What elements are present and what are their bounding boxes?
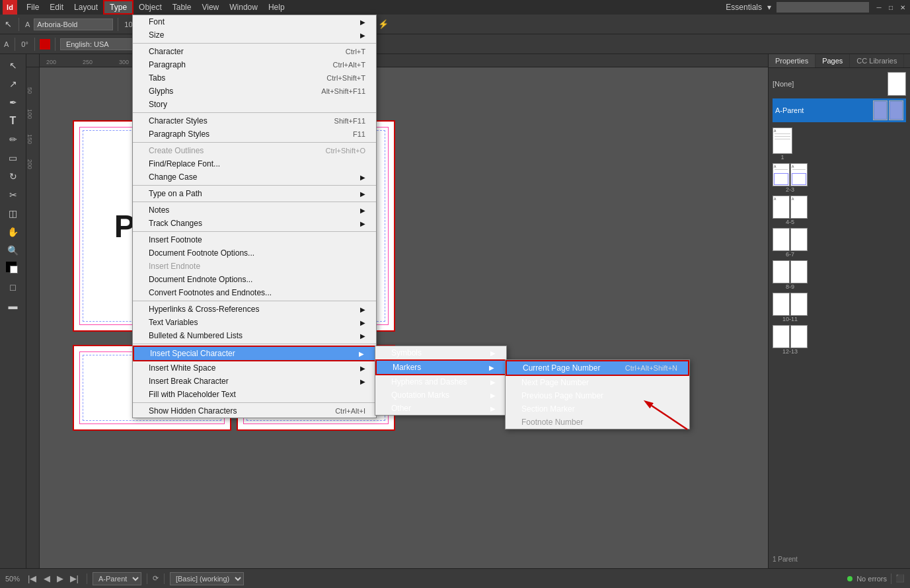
menu-convert-footnotes[interactable]: Convert Footnotes and Endnotes... bbox=[133, 286, 376, 299]
markers-submenu: Current Page Number Ctrl+Alt+Shift+N Nex… bbox=[505, 359, 690, 429]
hyphens-dashes-label: Hyphens and Dashes bbox=[391, 377, 467, 386]
menu-help[interactable]: Help bbox=[263, 1, 290, 13]
menu-find-replace-font[interactable]: Find/Replace Font... bbox=[133, 157, 376, 170]
direct-select-tool[interactable]: ↗ bbox=[5, 75, 22, 92]
menu-char-styles[interactable]: Character Styles Shift+F11 bbox=[133, 114, 376, 128]
menu-size[interactable]: Size ▶ bbox=[133, 28, 376, 42]
convert-footnotes-label: Convert Footnotes and Endnotes... bbox=[149, 288, 272, 297]
submenu-quotation-marks[interactable]: Quotation Marks ▶ bbox=[375, 388, 506, 402]
page-select[interactable]: A-Parent bbox=[93, 572, 141, 585]
pages-tab[interactable]: Pages bbox=[815, 54, 850, 67]
separator-2 bbox=[118, 18, 118, 31]
lightning-icon[interactable]: ⚡ bbox=[376, 19, 391, 29]
menu-change-case[interactable]: Change Case ▶ bbox=[133, 170, 376, 184]
menu-hyperlinks[interactable]: Hyperlinks & Cross-References ▶ bbox=[133, 303, 376, 316]
menu-insert-white-space[interactable]: Insert White Space ▶ bbox=[133, 361, 376, 375]
menu-fill-placeholder[interactable]: Fill with Placeholder Text bbox=[133, 388, 376, 401]
style-select[interactable]: [Basic] (working) bbox=[170, 572, 244, 585]
submenu-current-page-num[interactable]: Current Page Number Ctrl+Alt+Shift+N bbox=[506, 360, 689, 376]
submenu-hyphens-dashes[interactable]: Hyphens and Dashes ▶ bbox=[375, 375, 506, 388]
scissors-tool[interactable]: ✂ bbox=[5, 186, 22, 203]
page-67-item[interactable]: 6-7 bbox=[773, 227, 906, 259]
submenu-section-marker[interactable]: Section Marker bbox=[506, 402, 689, 416]
pen-tool[interactable]: ✒ bbox=[5, 94, 22, 111]
prev-page-btn[interactable]: ◀ bbox=[41, 572, 53, 585]
page-45-item[interactable]: A A 4-5 bbox=[773, 194, 906, 227]
menu-type[interactable]: Type bbox=[103, 0, 133, 15]
menu-glyphs[interactable]: Glyphs Alt+Shift+F11 bbox=[133, 85, 376, 98]
submenu-symbols[interactable]: Symbols ▶ bbox=[375, 346, 506, 359]
text-tool[interactable]: T bbox=[5, 112, 22, 129]
footnote-num-label: Footnote Number bbox=[521, 418, 583, 427]
change-case-label: Change Case bbox=[149, 172, 197, 182]
close-button[interactable]: ✕ bbox=[898, 3, 907, 12]
white-space-arrow: ▶ bbox=[360, 365, 365, 372]
page-13-thumb bbox=[790, 325, 808, 348]
sep-8 bbox=[133, 344, 376, 344]
menu-character[interactable]: Character Ctrl+T bbox=[133, 45, 376, 58]
menu-tabs[interactable]: Tabs Ctrl+Shift+T bbox=[133, 71, 376, 85]
page-1213-item[interactable]: 12-13 bbox=[773, 324, 906, 356]
first-page-btn[interactable]: |◀ bbox=[25, 572, 39, 585]
a-parent-section[interactable]: A-Parent bbox=[773, 98, 906, 122]
menu-show-hidden[interactable]: Show Hidden Characters Ctrl+Alt+I bbox=[133, 404, 376, 418]
menu-paragraph[interactable]: Paragraph Ctrl+Alt+T bbox=[133, 58, 376, 71]
search-input[interactable] bbox=[777, 2, 869, 13]
preview-mode-btn[interactable]: ▬ bbox=[5, 297, 22, 314]
last-page-btn[interactable]: ▶| bbox=[67, 572, 81, 585]
menu-notes[interactable]: Notes ▶ bbox=[133, 203, 376, 217]
menu-font[interactable]: Font ▶ bbox=[133, 15, 376, 28]
cc-libraries-tab[interactable]: CC Libraries bbox=[850, 54, 904, 67]
menu-story[interactable]: Story bbox=[133, 98, 376, 111]
window-controls: ─ □ ✕ bbox=[874, 3, 907, 12]
minimize-button[interactable]: ─ bbox=[874, 3, 884, 12]
submenu-other[interactable]: Other ▶ bbox=[375, 402, 506, 415]
zoom-tool[interactable]: 🔍 bbox=[5, 242, 22, 259]
page-23-item[interactable]: A A 2-3 bbox=[773, 162, 906, 194]
selection-tool[interactable]: ↖ bbox=[5, 57, 22, 74]
select-tool-icon[interactable]: ↖ bbox=[3, 19, 14, 29]
rotate-tool[interactable]: ↻ bbox=[5, 168, 22, 185]
scrollbar-btn[interactable]: ⬛ bbox=[895, 574, 905, 583]
page-1011-item[interactable]: 10-11 bbox=[773, 291, 906, 324]
menu-view[interactable]: View bbox=[196, 1, 224, 13]
menu-object[interactable]: Object bbox=[133, 1, 167, 13]
next-page-btn[interactable]: ▶ bbox=[54, 572, 66, 585]
menu-bulleted-lists[interactable]: Bulleted & Numbered Lists ▶ bbox=[133, 329, 376, 342]
menu-doc-endnote-options[interactable]: Document Endnote Options... bbox=[133, 273, 376, 286]
menu-window[interactable]: Window bbox=[224, 1, 263, 13]
menu-layout[interactable]: Layout bbox=[69, 1, 103, 13]
none-thumbnail bbox=[888, 72, 906, 96]
submenu-markers[interactable]: Markers ▶ Current Page Number Ctrl+Alt+S… bbox=[375, 359, 506, 375]
menu-type-on-path[interactable]: Type on a Path ▶ bbox=[133, 187, 376, 200]
menu-track-changes[interactable]: Track Changes ▶ bbox=[133, 217, 376, 230]
panel-content: [None] A-Parent A bbox=[769, 68, 910, 360]
menu-doc-footnote-options[interactable]: Document Footnote Options... bbox=[133, 246, 376, 260]
menu-edit[interactable]: Edit bbox=[44, 1, 69, 13]
page-89-item[interactable]: 8-9 bbox=[773, 259, 906, 291]
menu-insert-break[interactable]: Insert Break Character ▶ bbox=[133, 375, 376, 388]
menu-insert-footnote[interactable]: Insert Footnote bbox=[133, 233, 376, 246]
menu-table[interactable]: Table bbox=[167, 1, 197, 13]
hand-tool[interactable]: ✋ bbox=[5, 223, 22, 240]
gradient-tool[interactable]: ◫ bbox=[5, 205, 22, 222]
essentials-label[interactable]: Essentials bbox=[726, 3, 762, 12]
page-1-item[interactable]: A 1 bbox=[773, 126, 906, 162]
font-input[interactable] bbox=[34, 18, 113, 30]
menu-text-variables[interactable]: Text Variables ▶ bbox=[133, 316, 376, 329]
menu-create-outlines: Create Outlines Ctrl+Shift+O bbox=[133, 144, 376, 157]
status-bar: 50% |◀ ◀ ▶ ▶| A-Parent ⟳ [Basic] (workin… bbox=[0, 568, 910, 588]
menu-para-styles[interactable]: Paragraph Styles F11 bbox=[133, 128, 376, 141]
restore-button[interactable]: □ bbox=[886, 3, 895, 12]
insert-special-arrow: ▶ bbox=[359, 350, 364, 357]
insert-footnote-label: Insert Footnote bbox=[149, 235, 202, 244]
properties-tab[interactable]: Properties bbox=[769, 54, 815, 67]
menu-insert-special[interactable]: Insert Special Character ▶ Symbols ▶ Mar… bbox=[133, 346, 376, 361]
sep-5 bbox=[133, 202, 376, 202]
normal-mode-btn[interactable]: □ bbox=[5, 279, 22, 296]
submenu-next-page-num[interactable]: Next Page Number bbox=[506, 376, 689, 389]
pencil-tool[interactable]: ✏ bbox=[5, 131, 22, 148]
rectangle-tool[interactable]: ▭ bbox=[5, 149, 22, 166]
submenu-prev-page-num[interactable]: Previous Page Number bbox=[506, 389, 689, 402]
menu-file[interactable]: File bbox=[21, 1, 44, 13]
